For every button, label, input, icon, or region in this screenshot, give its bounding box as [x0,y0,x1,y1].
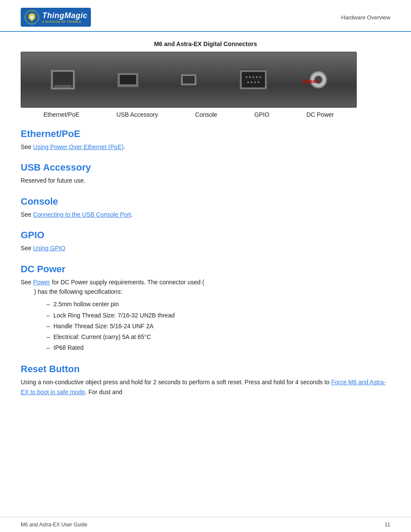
heading-dcpower: DC Power [21,264,390,275]
gpio-pin [246,76,247,78]
page: ThingMagic A DIVISION OF TRIMBLE Hardwar… [0,0,411,532]
heading-reset: Reset Button [21,364,390,375]
ethernet-port-visual [50,69,75,90]
conn-usb [117,72,139,87]
logo-main-text: ThingMagic [42,11,87,20]
body-console: See Connecting to the USB Console Port. [21,210,390,219]
gpio-pin [252,76,254,78]
body-dcpower: See Power for DC Power supply requiremen… [21,277,390,297]
connector-image: Reset [21,52,357,108]
section-usb: USB Accessory Reserved for future use. [21,162,390,185]
gpio-pin [258,81,259,83]
link-console[interactable]: Connecting to the USB Console Port [33,211,131,218]
conn-ethernet [50,69,75,90]
section-console: Console See Connecting to the USB Consol… [21,196,390,219]
spec-item: IP68 Rated [47,342,390,353]
heading-console: Console [21,196,390,207]
gpio-pin [259,76,261,78]
section-ethernet: Ethernet/PoE See Using Power Over Ethern… [21,128,390,152]
footer-left: M6 and Astra-EX User Guide [21,522,87,528]
heading-usb: USB Accessory [21,162,390,173]
gpio-pin [254,81,256,83]
heading-gpio: GPIO [21,230,390,241]
gpio-pin [251,81,252,83]
gpio-pin [256,76,258,78]
body-usb: Reserved for future use. [21,176,390,185]
image-section: M6 and Astra-EX Digital Connectors [21,40,390,118]
gpio-inner [242,72,265,87]
body-gpio: See Using GPIO [21,243,390,253]
spec-item: 2.5mm hollow center pin [47,299,390,310]
gpio-pins-top [246,76,261,78]
gpio-pin [249,76,251,78]
logo-sub-text: A DIVISION OF TRIMBLE [42,20,87,23]
svg-point-1 [30,15,34,19]
section-reset: Reset Button Using a non-conductive obje… [21,364,390,397]
conn-console [181,74,197,86]
conn-gpio [239,69,268,90]
logo-text-area: ThingMagic A DIVISION OF TRIMBLE [42,11,87,23]
usb-port-visual [117,72,139,87]
heading-ethernet: Ethernet/PoE [21,128,390,140]
link-safe-mode[interactable]: Force M6 and Astra-EX to boot in safe mo… [21,379,386,395]
label-console: Console [195,111,217,118]
body-ethernet: See Using Power Over Ethernet (PoE). [21,142,390,152]
link-power[interactable]: Power [33,279,50,286]
image-caption: M6 and Astra-EX Digital Connectors [21,40,390,47]
gpio-port-visual [239,69,268,90]
gpio-pins-bottom [247,81,259,83]
logo-box: ThingMagic A DIVISION OF TRIMBLE [21,8,91,27]
dc-power-specs-list: 2.5mm hollow center pin Lock Ring Thread… [47,299,390,353]
spec-item: Handle Thread Size: 5/16-24 UNF 2A [47,321,390,332]
header: ThingMagic A DIVISION OF TRIMBLE Hardwar… [0,0,411,32]
spec-item: Lock Ring Thread Size: 7/16-32 UN2B thre… [47,310,390,321]
content-area: M6 and Astra-EX Digital Connectors [0,32,411,517]
section-gpio: GPIO See Using GPIO [21,230,390,253]
link-gpio[interactable]: Using GPIO [33,245,65,252]
label-gpio: GPIO [254,111,269,118]
label-dc-power: DC Power [306,111,334,118]
section-dcpower: DC Power See Power for DC Power supply r… [21,264,390,354]
footer: M6 and Astra-EX User Guide 11 [0,517,411,532]
thingmagic-logo-icon [24,9,40,25]
gpio-pin [247,81,249,83]
section-title: Hardware Overview [341,14,390,21]
logo-area: ThingMagic A DIVISION OF TRIMBLE [21,8,91,27]
console-port-visual [181,74,197,86]
spec-item: Electrical: Current (carry) 5A at 65°C [47,332,390,342]
link-poe[interactable]: Using Power Over Ethernet (PoE) [33,143,124,150]
footer-right: 11 [385,522,390,528]
connector-labels-row: Ethernet/PoE USB Accessory Console GPIO … [21,111,357,118]
label-usb: USB Accessory [116,111,158,118]
reset-label-image: Reset [302,78,318,84]
body-reset: Using a non-conductive object press and … [21,377,390,397]
label-ethernet: Ethernet/PoE [44,111,79,118]
